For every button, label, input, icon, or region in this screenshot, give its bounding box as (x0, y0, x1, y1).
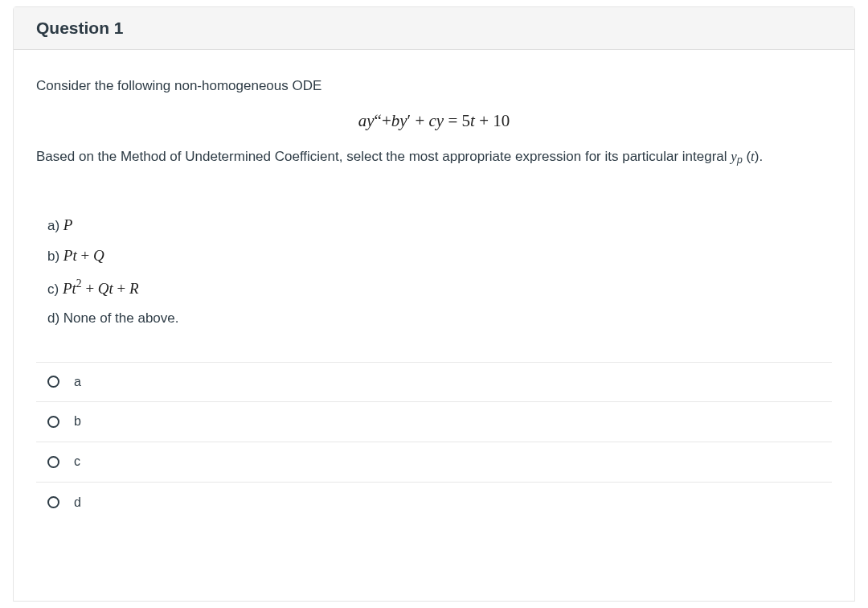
answer-option-d[interactable]: d (36, 483, 832, 523)
prompt-intro: Consider the following non-homogeneous O… (36, 76, 832, 97)
choice-b: b) Pt + Q (47, 247, 832, 265)
choice-c-label: c) (47, 281, 63, 297)
choice-c-expr: Pt2 + Qt + R (63, 280, 139, 297)
radio-icon[interactable] (47, 456, 59, 468)
answer-b-label: b (74, 414, 81, 429)
answer-option-c[interactable]: c (36, 442, 832, 483)
choice-d-label: d) (47, 310, 63, 326)
choice-a-expr: P (63, 216, 73, 233)
choice-b-label: b) (47, 249, 63, 264)
choice-list: a) P b) Pt + Q c) Pt2 + Qt + R d) None o… (47, 216, 832, 327)
question-header: Question 1 (14, 7, 854, 50)
prompt-instruction: Based on the Method of Undetermined Coef… (36, 146, 832, 169)
radio-icon[interactable] (47, 416, 59, 428)
answer-option-a[interactable]: a (36, 362, 832, 402)
choice-c: c) Pt2 + Qt + R (47, 277, 832, 298)
question-title: Question 1 (36, 18, 832, 38)
answer-a-label: a (74, 375, 81, 389)
choice-a-label: a) (47, 218, 63, 233)
choice-d-plain: None of the above. (63, 310, 179, 326)
question-body: Consider the following non-homogeneous O… (14, 50, 854, 523)
answer-options: a b c d (36, 362, 832, 523)
choice-b-expr: Pt + Q (63, 247, 104, 264)
answer-option-b[interactable]: b (36, 402, 832, 442)
question-card: Question 1 Consider the following non-ho… (13, 6, 855, 602)
answer-d-label: d (74, 495, 81, 510)
answer-c-label: c (74, 454, 80, 469)
equation-display: ay“+by′ + cy = 5t + 10 (36, 111, 832, 131)
choice-a: a) P (47, 216, 832, 234)
radio-icon[interactable] (47, 376, 59, 388)
radio-icon[interactable] (47, 496, 59, 508)
choice-d: d) None of the above. (47, 310, 832, 327)
